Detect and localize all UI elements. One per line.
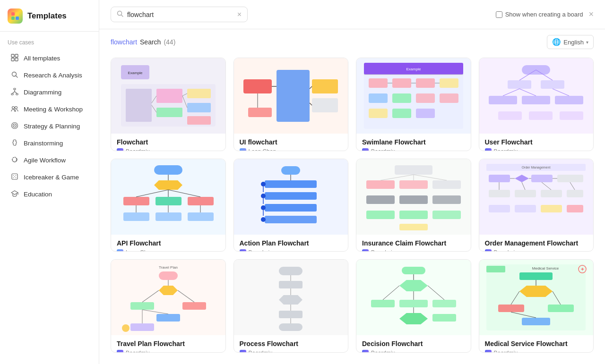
svg-rect-132 bbox=[489, 190, 510, 197]
svg-rect-117 bbox=[399, 195, 428, 204]
sidebar-item-strategy[interactable]: Strategy & Planning bbox=[3, 118, 96, 135]
svg-rect-187 bbox=[548, 305, 574, 312]
search-box[interactable]: × bbox=[111, 7, 248, 22]
svg-marker-162 bbox=[279, 295, 302, 305]
card-preview-12: Medical Service ✚ bbox=[479, 260, 594, 335]
flowchart-breadcrumb-link[interactable]: flowchart bbox=[111, 38, 137, 46]
template-card-2[interactable]: UI flowchart Leon Chen bbox=[233, 58, 349, 151]
sidebar-item-all[interactable]: All templates bbox=[3, 50, 96, 67]
author-name-5: Leon Chen bbox=[126, 249, 154, 252]
svg-rect-137 bbox=[515, 205, 536, 212]
svg-rect-71 bbox=[508, 80, 531, 89]
card-preview-2 bbox=[234, 58, 348, 134]
svg-rect-148 bbox=[159, 271, 178, 280]
sidebar-item-meeting[interactable]: Meeting & Workshop bbox=[3, 101, 96, 118]
template-card-6[interactable]: Action Plan Flowchart Boardmix bbox=[233, 159, 349, 252]
sidebar-item-education[interactable]: Education bbox=[3, 186, 96, 203]
card-preview-4 bbox=[479, 58, 594, 134]
app-logo bbox=[8, 8, 23, 24]
svg-rect-114 bbox=[399, 180, 428, 189]
svg-line-177 bbox=[383, 286, 399, 300]
svg-rect-10 bbox=[14, 88, 16, 90]
svg-rect-175 bbox=[432, 314, 456, 322]
template-card-3[interactable]: Example bbox=[356, 58, 471, 151]
template-card-7[interactable]: Insurance Claim Flowchart Boardmix bbox=[356, 159, 471, 252]
card-title-8: Order Management Flowchart bbox=[485, 239, 588, 247]
svg-point-16 bbox=[12, 107, 15, 109]
svg-rect-188 bbox=[522, 318, 550, 325]
card-author-11: Boardmix bbox=[362, 350, 465, 353]
sidebar-item-agile[interactable]: Agile Workflow bbox=[3, 152, 96, 169]
author-name-12: Boardmix bbox=[494, 350, 518, 353]
search-clear-button[interactable]: × bbox=[237, 11, 242, 18]
card-author-1: Boardmix bbox=[117, 148, 220, 151]
language-selector[interactable]: 🌐 English ▾ bbox=[547, 35, 594, 49]
svg-rect-116 bbox=[366, 195, 395, 204]
svg-marker-149 bbox=[159, 286, 178, 295]
svg-point-24 bbox=[13, 178, 14, 178]
author-name-6: Boardmix bbox=[249, 249, 273, 252]
svg-marker-129 bbox=[515, 175, 529, 182]
card-preview-3: Example bbox=[356, 58, 471, 134]
svg-marker-170 bbox=[399, 280, 428, 291]
template-card-11[interactable]: Decision Flowchart Boardmix bbox=[356, 259, 471, 353]
card-title-10: Process Flowchart bbox=[240, 340, 343, 347]
all-templates-label: All templates bbox=[24, 55, 60, 62]
template-card-12[interactable]: Medical Service ✚ Medical Service Flow bbox=[479, 259, 594, 353]
svg-rect-57 bbox=[392, 78, 411, 88]
sidebar-item-icebreaker[interactable]: Icebreaker & Game bbox=[3, 169, 96, 186]
sidebar-item-diagramming[interactable]: Diagramming bbox=[3, 84, 96, 101]
template-grid: Example Flowchart bbox=[99, 54, 605, 364]
svg-point-25 bbox=[16, 178, 17, 178]
svg-rect-72 bbox=[541, 80, 564, 89]
svg-point-154 bbox=[122, 324, 130, 332]
sidebar-item-research[interactable]: Research & Analysis bbox=[3, 67, 96, 84]
svg-rect-37 bbox=[187, 103, 211, 112]
svg-rect-64 bbox=[369, 109, 388, 118]
card-author-4: Boardmix bbox=[485, 148, 588, 151]
show-checkbox-input[interactable] bbox=[496, 11, 502, 18]
sidebar-item-brainstorming[interactable]: Brainstorming bbox=[3, 135, 96, 152]
svg-text:Medical Service: Medical Service bbox=[532, 266, 559, 271]
card-author-3: Boardmix bbox=[362, 148, 465, 151]
svg-point-101 bbox=[261, 182, 266, 186]
show-when-creating-checkbox[interactable]: Show when creating a board bbox=[496, 11, 583, 18]
svg-rect-115 bbox=[432, 180, 461, 189]
svg-line-158 bbox=[142, 310, 168, 314]
svg-rect-63 bbox=[440, 93, 458, 103]
svg-rect-118 bbox=[432, 195, 461, 204]
research-label: Research & Analysis bbox=[24, 72, 82, 79]
svg-rect-76 bbox=[522, 96, 550, 104]
svg-rect-34 bbox=[156, 89, 182, 103]
svg-line-92 bbox=[168, 190, 200, 197]
svg-rect-50 bbox=[248, 108, 272, 117]
svg-rect-94 bbox=[156, 212, 182, 221]
svg-rect-184 bbox=[486, 266, 505, 272]
card-info-1: Flowchart Boardmix bbox=[111, 134, 225, 151]
close-button[interactable]: × bbox=[588, 9, 594, 19]
card-author-9: Boardmix bbox=[117, 350, 220, 353]
author-avatar-10 bbox=[240, 350, 246, 353]
search-input[interactable] bbox=[127, 11, 233, 18]
svg-text:✚: ✚ bbox=[581, 267, 584, 271]
svg-rect-160 bbox=[279, 267, 302, 275]
card-title-7: Insurance Claim Flowchart bbox=[362, 239, 465, 247]
template-card-8[interactable]: Order Management bbox=[479, 159, 594, 252]
card-preview-10 bbox=[234, 260, 348, 335]
svg-line-157 bbox=[178, 290, 194, 302]
card-title-4: User Flowchart bbox=[485, 138, 588, 146]
svg-text:Order Management: Order Management bbox=[522, 166, 551, 169]
svg-rect-11 bbox=[11, 93, 13, 95]
svg-rect-5 bbox=[15, 54, 18, 57]
template-card-4[interactable]: User Flowchart Boardmix bbox=[479, 58, 594, 151]
card-title-3: Swimlane Flowchart bbox=[362, 138, 465, 146]
svg-rect-161 bbox=[279, 281, 302, 288]
svg-line-29 bbox=[121, 15, 123, 17]
template-card-10[interactable]: Process Flowchart Boardmix bbox=[233, 259, 349, 353]
template-card-1[interactable]: Example Flowchart bbox=[111, 58, 226, 151]
template-card-9[interactable]: Travel Plan Travel Plan Flowchart bbox=[111, 259, 226, 353]
svg-line-15 bbox=[15, 92, 17, 93]
svg-rect-134 bbox=[541, 190, 562, 197]
svg-rect-164 bbox=[279, 323, 302, 331]
template-card-5[interactable]: API Flowchart Leon Chen bbox=[111, 159, 226, 252]
